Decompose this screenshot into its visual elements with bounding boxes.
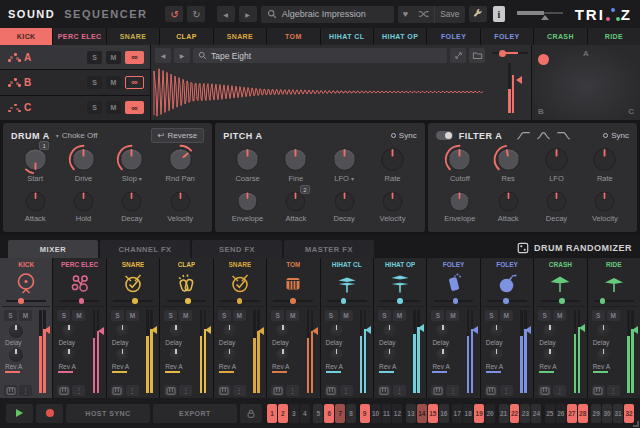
preset-next-icon[interactable]: ▶	[239, 6, 257, 22]
knob-dial[interactable]	[329, 144, 360, 175]
play-button[interactable]	[6, 404, 33, 423]
knob-dial[interactable]	[118, 188, 145, 215]
step-24[interactable]: 24	[531, 404, 541, 423]
step-32[interactable]: 32	[624, 404, 634, 423]
channel-pan-slider[interactable]	[273, 297, 313, 305]
choke-dropdown[interactable]: ▾Choke Off	[56, 131, 98, 140]
step-29[interactable]: 29	[591, 404, 601, 423]
knob-decay[interactable]: Decay	[320, 187, 368, 231]
preset-search-input[interactable]: Algebraic Impression	[261, 6, 394, 23]
channel-mute-button[interactable]: M	[179, 310, 192, 321]
channel-delay-knob[interactable]: Delay	[379, 324, 397, 346]
reverb-knob-dial[interactable]	[169, 348, 183, 362]
record-button[interactable]	[36, 404, 63, 423]
step-14[interactable]: 14	[417, 404, 427, 423]
step-9[interactable]: 9	[360, 404, 370, 423]
piano-roll-icon[interactable]	[4, 385, 17, 396]
delay-knob-dial[interactable]	[543, 324, 557, 338]
channel-mute-button[interactable]: M	[340, 310, 353, 321]
channel-reverb-knob[interactable]: Rev A	[326, 348, 344, 373]
channel-mute-button[interactable]: M	[500, 310, 513, 321]
channel-mute-button[interactable]: M	[393, 310, 406, 321]
channel-delay-knob[interactable]: Delay	[219, 324, 237, 346]
channel-mute-button[interactable]: M	[72, 310, 85, 321]
channel-delay-knob[interactable]: Delay	[58, 324, 76, 346]
channel-fader[interactable]	[465, 310, 478, 396]
mixer-channel-hihat-op[interactable]: HIHAT OPSMDelayRev A⋮	[374, 258, 426, 398]
piano-roll-icon[interactable]	[57, 385, 70, 396]
channel-mute-button[interactable]: M	[607, 310, 620, 321]
kebab-menu-icon[interactable]: ⋮	[179, 385, 192, 396]
channel-mute-button[interactable]: M	[553, 310, 566, 321]
knob-dial[interactable]	[280, 144, 311, 175]
mixer-channel-kick[interactable]: KICKSMDelayRev A⋮	[0, 258, 52, 398]
layer-mute-button[interactable]: M	[106, 76, 121, 89]
knob-rnd-pan[interactable]: Rnd Pan	[156, 143, 204, 187]
knob-dial[interactable]	[234, 188, 261, 215]
layer-link-icon[interactable]: ∞	[125, 51, 144, 64]
piano-roll-icon[interactable]	[485, 385, 498, 396]
channel-pan-slider[interactable]	[487, 297, 527, 305]
channel-delay-knob[interactable]: Delay	[539, 324, 557, 346]
fader-handle[interactable]	[579, 324, 585, 332]
tab-send-fx[interactable]: SEND FX	[192, 240, 282, 258]
channel-delay-knob[interactable]: Delay	[112, 324, 130, 346]
info-button[interactable]: i	[493, 6, 506, 22]
layer-link-icon[interactable]: ∞	[125, 76, 144, 89]
fader-handle[interactable]	[44, 326, 50, 334]
knob-velocity[interactable]: Velocity	[368, 187, 416, 231]
knob-dial[interactable]	[446, 188, 473, 215]
reverb-knob-dial[interactable]	[490, 348, 504, 362]
layer-row-b[interactable]: BSM∞	[0, 70, 150, 94]
kebab-menu-icon[interactable]: ⋮	[553, 385, 566, 396]
channel-reverb-knob[interactable]: Rev A	[539, 348, 557, 373]
step-12[interactable]: 12	[392, 404, 402, 423]
knob-dial[interactable]	[232, 144, 263, 175]
step-28[interactable]: 28	[578, 404, 588, 423]
channel-delay-knob[interactable]: Delay	[593, 324, 611, 346]
reverb-knob-dial[interactable]	[62, 348, 76, 362]
pan-thumb[interactable]	[503, 298, 509, 304]
drum-tab-ride[interactable]: RIDE	[588, 28, 640, 45]
step-30[interactable]: 30	[602, 404, 612, 423]
layer-mute-button[interactable]: M	[106, 51, 121, 64]
fader-handle[interactable]	[258, 327, 264, 335]
channel-fader[interactable]	[251, 310, 264, 396]
step-21[interactable]: 21	[499, 404, 509, 423]
channel-solo-button[interactable]: S	[592, 310, 605, 321]
channel-delay-knob[interactable]: Delay	[165, 324, 183, 346]
knob-attack[interactable]: 2Attack	[272, 187, 320, 231]
volume-thumb[interactable]	[541, 15, 549, 20]
piano-roll-icon[interactable]	[271, 385, 284, 396]
mixer-channel-foley[interactable]: FOLEYSMDelayRev A⋮	[481, 258, 533, 398]
channel-solo-button[interactable]: S	[325, 310, 338, 321]
filter-highpass-icon[interactable]	[516, 131, 531, 140]
piano-roll-icon[interactable]	[431, 385, 444, 396]
layer-solo-button[interactable]: S	[87, 76, 102, 89]
knob-dial[interactable]	[379, 188, 406, 215]
channel-pan-slider[interactable]	[60, 297, 100, 305]
tab-master-fx[interactable]: MASTER FX	[284, 240, 374, 258]
kebab-menu-icon[interactable]: ⋮	[72, 385, 85, 396]
step-17[interactable]: 17	[452, 404, 462, 423]
step-5[interactable]: 5	[313, 404, 323, 423]
reverb-knob-dial[interactable]	[543, 348, 557, 362]
knob-decay[interactable]: Decay	[108, 187, 156, 231]
knob-hold[interactable]: Hold	[59, 187, 107, 231]
kebab-menu-icon[interactable]: ⋮	[19, 385, 32, 396]
channel-pan-slider[interactable]	[220, 297, 260, 305]
step-7[interactable]: 7	[335, 404, 345, 423]
channel-mute-button[interactable]: M	[126, 310, 139, 321]
drum-tab-crash[interactable]: CRASH	[534, 28, 586, 45]
knob-lfo[interactable]: LFO	[532, 143, 580, 187]
step-20[interactable]: 20	[485, 404, 495, 423]
channel-solo-button[interactable]: S	[271, 310, 284, 321]
sync-toggle[interactable]: Sync	[603, 131, 629, 140]
drum-tab-foley[interactable]: FOLEY	[481, 28, 533, 45]
kebab-menu-icon[interactable]: ⋮	[446, 385, 459, 396]
piano-roll-icon[interactable]	[592, 385, 605, 396]
step-10[interactable]: 10	[371, 404, 381, 423]
channel-solo-button[interactable]: S	[378, 310, 391, 321]
piano-roll-icon[interactable]	[218, 385, 231, 396]
sample-prev-icon[interactable]: ◀	[155, 48, 171, 63]
